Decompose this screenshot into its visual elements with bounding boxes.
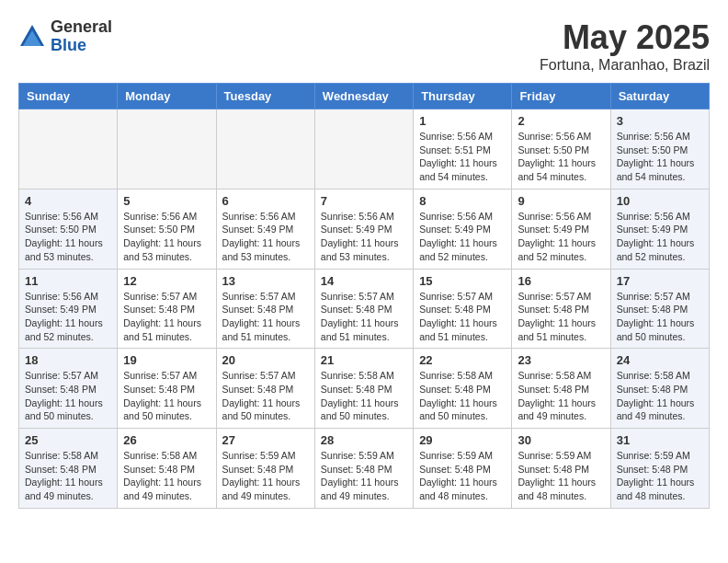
logo-icon	[18, 23, 46, 51]
day-info: Sunrise: 5:59 AM Sunset: 5:48 PM Dayligh…	[222, 449, 309, 503]
calendar-cell: 23Sunrise: 5:58 AM Sunset: 5:48 PM Dayli…	[512, 349, 610, 429]
calendar-cell: 2Sunrise: 5:56 AM Sunset: 5:50 PM Daylig…	[512, 109, 610, 190]
day-headers-row: SundayMondayTuesdayWednesdayThursdayFrid…	[19, 84, 710, 109]
week-row-1: 1Sunrise: 5:56 AM Sunset: 5:51 PM Daylig…	[19, 109, 710, 190]
day-info: Sunrise: 5:56 AM Sunset: 5:50 PM Dayligh…	[617, 130, 703, 184]
day-number: 18	[25, 353, 111, 367]
calendar-cell	[118, 109, 216, 190]
day-number: 8	[419, 194, 506, 208]
day-info: Sunrise: 5:56 AM Sunset: 5:49 PM Dayligh…	[617, 210, 703, 264]
day-number: 30	[518, 433, 604, 447]
calendar-cell: 26Sunrise: 5:58 AM Sunset: 5:48 PM Dayli…	[118, 429, 216, 509]
day-info: Sunrise: 5:57 AM Sunset: 5:48 PM Dayligh…	[518, 290, 604, 344]
day-info: Sunrise: 5:56 AM Sunset: 5:49 PM Dayligh…	[419, 210, 506, 264]
day-info: Sunrise: 5:59 AM Sunset: 5:48 PM Dayligh…	[321, 449, 407, 503]
calendar-cell: 4Sunrise: 5:56 AM Sunset: 5:50 PM Daylig…	[19, 189, 118, 269]
day-info: Sunrise: 5:58 AM Sunset: 5:48 PM Dayligh…	[419, 369, 506, 423]
calendar-cell: 6Sunrise: 5:56 AM Sunset: 5:49 PM Daylig…	[216, 189, 314, 269]
week-row-4: 18Sunrise: 5:57 AM Sunset: 5:48 PM Dayli…	[19, 349, 710, 429]
day-number: 28	[321, 433, 407, 447]
day-number: 29	[419, 433, 506, 447]
day-number: 2	[518, 114, 604, 128]
day-number: 14	[321, 274, 407, 288]
day-info: Sunrise: 5:58 AM Sunset: 5:48 PM Dayligh…	[321, 369, 407, 423]
logo-blue: Blue	[51, 37, 112, 55]
calendar-cell: 11Sunrise: 5:56 AM Sunset: 5:49 PM Dayli…	[19, 269, 118, 349]
calendar-cell: 24Sunrise: 5:58 AM Sunset: 5:48 PM Dayli…	[610, 349, 709, 429]
day-header-monday: Monday	[118, 84, 216, 109]
calendar-cell: 15Sunrise: 5:57 AM Sunset: 5:48 PM Dayli…	[414, 269, 512, 349]
logo-general: General	[51, 18, 112, 37]
day-header-thursday: Thursday	[414, 84, 512, 109]
day-number: 22	[419, 353, 506, 367]
month-title: May 2025	[540, 18, 710, 57]
calendar-cell	[19, 109, 118, 190]
day-number: 19	[123, 353, 210, 367]
calendar-cell: 1Sunrise: 5:56 AM Sunset: 5:51 PM Daylig…	[414, 109, 512, 190]
calendar-cell: 17Sunrise: 5:57 AM Sunset: 5:48 PM Dayli…	[610, 269, 709, 349]
calendar-cell: 28Sunrise: 5:59 AM Sunset: 5:48 PM Dayli…	[314, 429, 413, 509]
calendar-cell: 13Sunrise: 5:57 AM Sunset: 5:48 PM Dayli…	[216, 269, 314, 349]
calendar-table: SundayMondayTuesdayWednesdayThursdayFrid…	[18, 83, 710, 509]
day-number: 9	[518, 194, 604, 208]
day-info: Sunrise: 5:58 AM Sunset: 5:48 PM Dayligh…	[123, 449, 210, 503]
calendar-cell: 29Sunrise: 5:59 AM Sunset: 5:48 PM Dayli…	[414, 429, 512, 509]
calendar-cell: 20Sunrise: 5:57 AM Sunset: 5:48 PM Dayli…	[216, 349, 314, 429]
day-number: 6	[222, 194, 309, 208]
calendar-cell: 9Sunrise: 5:56 AM Sunset: 5:49 PM Daylig…	[512, 189, 610, 269]
calendar-cell	[314, 109, 413, 190]
week-row-2: 4Sunrise: 5:56 AM Sunset: 5:50 PM Daylig…	[19, 189, 710, 269]
day-header-friday: Friday	[512, 84, 610, 109]
calendar-cell: 19Sunrise: 5:57 AM Sunset: 5:48 PM Dayli…	[118, 349, 216, 429]
day-number: 15	[419, 274, 506, 288]
calendar-cell: 7Sunrise: 5:56 AM Sunset: 5:49 PM Daylig…	[314, 189, 413, 269]
day-number: 17	[617, 274, 703, 288]
day-number: 20	[222, 353, 309, 367]
day-header-wednesday: Wednesday	[314, 84, 413, 109]
day-info: Sunrise: 5:56 AM Sunset: 5:49 PM Dayligh…	[518, 210, 604, 264]
day-info: Sunrise: 5:57 AM Sunset: 5:48 PM Dayligh…	[617, 290, 703, 344]
day-info: Sunrise: 5:57 AM Sunset: 5:48 PM Dayligh…	[25, 369, 111, 423]
calendar-cell: 8Sunrise: 5:56 AM Sunset: 5:49 PM Daylig…	[414, 189, 512, 269]
calendar-cell: 21Sunrise: 5:58 AM Sunset: 5:48 PM Dayli…	[314, 349, 413, 429]
logo: General Blue	[18, 18, 112, 55]
day-info: Sunrise: 5:58 AM Sunset: 5:48 PM Dayligh…	[518, 369, 604, 423]
day-number: 4	[25, 194, 111, 208]
day-number: 5	[123, 194, 210, 208]
day-info: Sunrise: 5:57 AM Sunset: 5:48 PM Dayligh…	[419, 290, 506, 344]
day-number: 27	[222, 433, 309, 447]
calendar-cell: 22Sunrise: 5:58 AM Sunset: 5:48 PM Dayli…	[414, 349, 512, 429]
day-number: 1	[419, 114, 506, 128]
day-number: 25	[25, 433, 111, 447]
calendar-cell: 18Sunrise: 5:57 AM Sunset: 5:48 PM Dayli…	[19, 349, 118, 429]
day-info: Sunrise: 5:56 AM Sunset: 5:49 PM Dayligh…	[25, 290, 111, 344]
day-info: Sunrise: 5:57 AM Sunset: 5:48 PM Dayligh…	[123, 369, 210, 423]
day-info: Sunrise: 5:57 AM Sunset: 5:48 PM Dayligh…	[222, 290, 309, 344]
day-number: 31	[617, 433, 703, 447]
day-header-tuesday: Tuesday	[216, 84, 314, 109]
day-info: Sunrise: 5:56 AM Sunset: 5:50 PM Dayligh…	[123, 210, 210, 264]
day-info: Sunrise: 5:56 AM Sunset: 5:51 PM Dayligh…	[419, 130, 506, 184]
day-info: Sunrise: 5:57 AM Sunset: 5:48 PM Dayligh…	[222, 369, 309, 423]
day-number: 10	[617, 194, 703, 208]
day-number: 26	[123, 433, 210, 447]
day-number: 12	[123, 274, 210, 288]
day-number: 24	[617, 353, 703, 367]
day-info: Sunrise: 5:58 AM Sunset: 5:48 PM Dayligh…	[25, 449, 111, 503]
day-number: 23	[518, 353, 604, 367]
day-number: 21	[321, 353, 407, 367]
week-row-5: 25Sunrise: 5:58 AM Sunset: 5:48 PM Dayli…	[19, 429, 710, 509]
calendar-cell: 12Sunrise: 5:57 AM Sunset: 5:48 PM Dayli…	[118, 269, 216, 349]
calendar-cell: 27Sunrise: 5:59 AM Sunset: 5:48 PM Dayli…	[216, 429, 314, 509]
day-info: Sunrise: 5:57 AM Sunset: 5:48 PM Dayligh…	[123, 290, 210, 344]
day-number: 16	[518, 274, 604, 288]
calendar-cell: 25Sunrise: 5:58 AM Sunset: 5:48 PM Dayli…	[19, 429, 118, 509]
calendar-cell	[216, 109, 314, 190]
day-info: Sunrise: 5:59 AM Sunset: 5:48 PM Dayligh…	[518, 449, 604, 503]
day-info: Sunrise: 5:59 AM Sunset: 5:48 PM Dayligh…	[419, 449, 506, 503]
title-block: May 2025 Fortuna, Maranhao, Brazil	[540, 18, 710, 74]
page-header: General Blue May 2025 Fortuna, Maranhao,…	[18, 18, 710, 74]
day-number: 11	[25, 274, 111, 288]
day-number: 13	[222, 274, 309, 288]
calendar-cell: 16Sunrise: 5:57 AM Sunset: 5:48 PM Dayli…	[512, 269, 610, 349]
